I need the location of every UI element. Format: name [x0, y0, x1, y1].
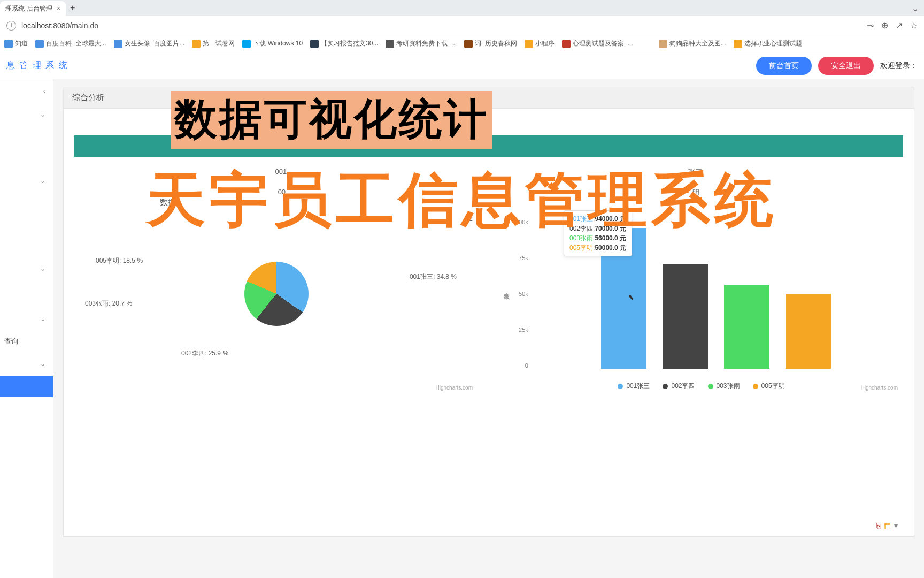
bookmark-icon [192, 40, 201, 48]
sidebar: ‹ ⌄ ⌄ ⌄ ⌄ 查询 ⌄ [0, 79, 53, 578]
pie-label-4: 005李明: 18.5 % [96, 256, 143, 265]
bookmark-item[interactable]: 第一试卷网 [192, 39, 235, 48]
sidebar-expand-4[interactable]: ⌄ [0, 307, 53, 331]
zoom-icon[interactable]: ⊕ [881, 20, 888, 31]
y-axis-ticks: 100k 75k 50k 25k 0 [515, 219, 528, 369]
bookmark-item[interactable]: 【实习报告范文30... [310, 39, 378, 48]
bookmarks-bar: 知道百度百科_全球最大...女生头像_百度图片...第一试卷网下载 Window… [0, 35, 924, 52]
sidebar-item-query[interactable]: 查询 [0, 331, 53, 352]
bookmark-icon [242, 40, 251, 48]
chart-credits: Highcharts.com [861, 385, 898, 391]
cursor-icon: ⬉ [628, 293, 634, 301]
sidebar-expand-1[interactable]: ⌄ [0, 103, 53, 126]
bookmark-icon [641, 40, 649, 48]
bookmark-item[interactable]: 狗狗品种大全及图... [659, 39, 726, 48]
sidebar-expand-5[interactable]: ⌄ [0, 352, 53, 376]
new-tab-button[interactable]: + [70, 3, 75, 13]
bookmark-icon [734, 40, 742, 48]
browser-tab[interactable]: 理系统-后台管理 × [0, 1, 66, 16]
close-icon[interactable]: × [57, 5, 60, 12]
export-icon[interactable]: ⎘ [876, 521, 881, 530]
app-header: 息 管 理 系 统 前台首页 安全退出 欢迎登录： [0, 52, 924, 79]
bookmark-icon [464, 40, 473, 48]
main-content: 综合分析 001 张三 00 明 数据 ≡ 001张三: 34.8 % [53, 79, 924, 578]
bookmark-item[interactable]: 百度百科_全球最大... [35, 39, 106, 48]
logout-button[interactable]: 安全退出 [818, 57, 874, 75]
legend-dot [753, 384, 758, 389]
legend-item[interactable]: 001张三 [618, 382, 650, 391]
export-icon-2[interactable]: ▦ [884, 521, 891, 530]
pie-label-2: 002李四: 25.9 % [181, 349, 228, 358]
tab-title: 理系统-后台管理 [5, 4, 52, 13]
bookmark-icon [525, 40, 533, 48]
bar-legend: 001张三002李四003张雨005李明 [499, 382, 903, 391]
bookmark-icon [35, 40, 44, 48]
bookmark-item[interactable]: 知道 [4, 39, 28, 48]
overlay-title-1: 数据可视化统计 [171, 91, 492, 149]
key-icon[interactable]: ⊸ [867, 20, 874, 31]
bookmark-icon [310, 40, 319, 48]
sidebar-item-active[interactable] [0, 376, 53, 397]
pie-label-3: 003张雨: 20.7 % [85, 299, 132, 308]
bookmark-item[interactable]: 选择职业心理测试题 [734, 39, 802, 48]
legend-dot [618, 384, 623, 389]
export-toolbar: ⎘ ▦ ▾ [876, 521, 898, 530]
bookmark-item[interactable]: 词_历史春秋网 [464, 39, 517, 48]
bookmark-item[interactable]: 心理测试题及答案_... [562, 39, 633, 48]
pie-chart[interactable] [244, 262, 309, 326]
tab-dropdown-icon[interactable]: ⌄ [912, 3, 919, 13]
legend-item[interactable]: 005李明 [753, 382, 785, 391]
url-text[interactable]: localhost:8080/main.do [21, 21, 98, 30]
bookmark-icon [114, 40, 122, 48]
bookmark-icon [659, 40, 667, 48]
sidebar-collapse[interactable]: ‹ [0, 79, 53, 103]
legend-item[interactable]: 002李四 [663, 382, 695, 391]
bookmark-icon[interactable]: ☆ [910, 20, 918, 31]
bookmark-icon [4, 40, 13, 48]
sidebar-expand-3[interactable]: ⌄ [0, 257, 53, 280]
export-dropdown-icon[interactable]: ▾ [894, 521, 898, 530]
browser-tabs: 理系统-后台管理 × + ⌄ [0, 0, 924, 16]
legend-item[interactable]: 003张雨 [708, 382, 740, 391]
address-bar: i localhost:8080/main.do ⊸ ⊕ ↗ ☆ [0, 16, 924, 35]
bookmark-item[interactable]: 下载 Windows 10 [242, 39, 303, 48]
bookmark-item[interactable]: 考研资料免费下载_... [386, 39, 457, 48]
bookmark-icon [562, 40, 571, 48]
site-info-icon[interactable]: i [6, 21, 16, 31]
bookmark-item[interactable]: 女生头像_百度图片... [114, 39, 185, 48]
bar[interactable] [663, 264, 708, 369]
logo: 息 管 理 系 统 [6, 60, 68, 71]
bookmark-item[interactable] [641, 40, 651, 48]
welcome-text: 欢迎登录： [880, 61, 918, 71]
bar[interactable] [724, 285, 769, 369]
pie-label-1: 001张三: 34.8 % [410, 272, 457, 282]
legend-dot [663, 384, 668, 389]
share-icon[interactable]: ↗ [896, 20, 903, 31]
bookmark-icon [386, 40, 394, 48]
bar[interactable] [786, 294, 831, 369]
home-button[interactable]: 前台首页 [756, 57, 812, 75]
legend-dot [708, 384, 713, 389]
overlay-title-2: 天宇员工信息管理系统 [0, 161, 924, 240]
chart-credits: Highcharts.com [436, 385, 473, 391]
bookmark-item[interactable]: 小程序 [525, 39, 555, 48]
